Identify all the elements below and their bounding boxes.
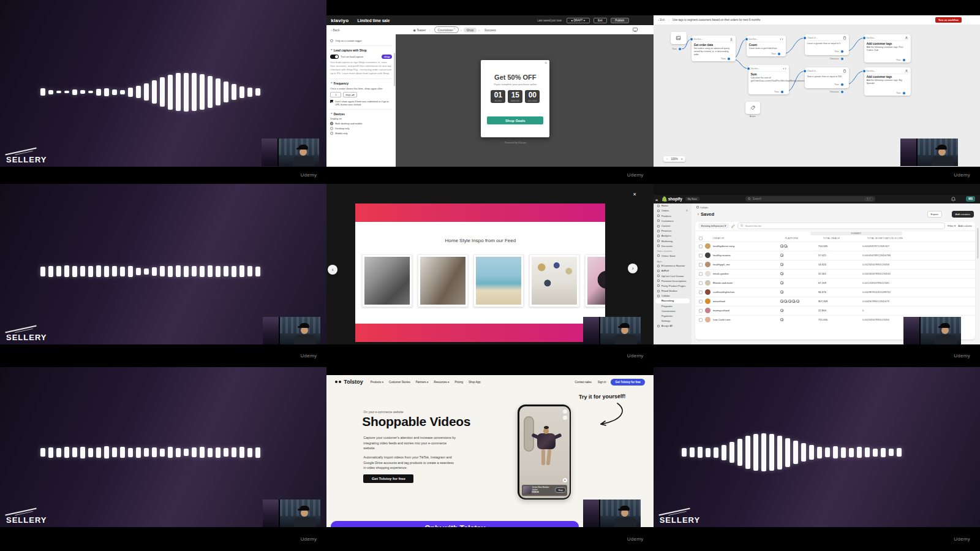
flow-exit-button[interactable]: ‹ Exit <box>658 18 665 21</box>
get-tolstoy-button[interactable]: Get Tolstoy for free <box>611 379 644 386</box>
editor-step-countdown[interactable]: Countdown1 <box>434 26 459 33</box>
row-checkbox[interactable] <box>699 263 703 267</box>
frequency-value-input[interactable]: 1 <box>330 92 341 97</box>
sidebar-item-online-store[interactable]: Online Store <box>654 253 692 258</box>
custom-trigger-radio[interactable]: Only on a custom trigger <box>330 39 392 42</box>
nav-item-partners[interactable]: Partners ▾ <box>416 381 429 384</box>
lead-capture-section-header[interactable]: ⌃ Lead capture with Shop <box>330 49 392 52</box>
admin-search-bar[interactable]: Search ⌘ K <box>745 196 875 202</box>
row-checkbox[interactable] <box>699 272 703 276</box>
modal-close-icon[interactable]: × <box>633 191 636 197</box>
store-name-pill[interactable]: My Store <box>685 197 699 201</box>
table-row[interactable]: mamajustfood22,8060 <box>695 306 975 315</box>
device-option-radio[interactable]: Mobile only <box>330 132 392 135</box>
sidebar-item-home[interactable]: Home <box>654 203 692 208</box>
turn-on-workflow-button[interactable]: Turn on workflow <box>935 17 962 23</box>
feed-card[interactable] <box>585 254 605 307</box>
row-checkbox[interactable] <box>699 318 703 322</box>
sidebar-app-item[interactable]: Flowd Studios <box>654 288 692 293</box>
account-avatar[interactable]: MS <box>966 196 975 202</box>
column-header-creator[interactable]: CREATOR <box>713 237 785 240</box>
collabs-subitem-recruiting[interactable]: Recruiting <box>655 298 690 303</box>
sidebar-item-finances[interactable]: Finances <box>654 229 692 234</box>
notifications-bell-icon[interactable] <box>951 197 956 202</box>
row-checkbox[interactable] <box>699 309 703 313</box>
carousel-next-button[interactable]: › <box>628 264 638 273</box>
thumb-waveform-1[interactable]: SELLERY Udemy <box>0 0 326 184</box>
back-button[interactable]: ‹ Back <box>331 28 339 32</box>
sidebar-app-item[interactable]: Premium Descriptions <box>654 278 692 283</box>
nav-item-resources[interactable]: Resources ▾ <box>434 381 449 384</box>
editor-step-shop[interactable]: Shop <box>464 28 477 32</box>
zoom-out-icon[interactable]: − <box>666 158 668 161</box>
row-checkbox[interactable] <box>699 254 703 257</box>
collabs-subitem-programs[interactable]: Programs <box>654 303 692 308</box>
shop-button[interactable]: Shop <box>555 487 565 493</box>
flow-port-then[interactable]: Then <box>757 90 784 94</box>
feed-card[interactable] <box>418 254 468 307</box>
canvas-zoom-control[interactable]: −100%+ <box>663 156 686 162</box>
add-creators-button[interactable]: Add creators <box>952 211 974 218</box>
select-all-checkbox[interactable] <box>699 237 703 240</box>
thumb-waveform-4[interactable]: SELLERY Udemy <box>654 367 980 551</box>
thumb-klaviyo-editor[interactable]: klaviyo Limited time sale Last saved jus… <box>326 0 653 184</box>
feed-card[interactable] <box>362 254 412 307</box>
lead-capture-toggle[interactable] <box>330 55 339 59</box>
column-header-reach[interactable]: TOTAL REACH <box>823 237 867 240</box>
back-arrow[interactable]: ‹ <box>698 212 699 216</box>
flow-node[interactable] <box>745 102 760 114</box>
sidebar-app-item[interactable]: Pretty Product Pages <box>654 283 692 288</box>
contact-sales-link[interactable]: Contact sales <box>575 381 591 384</box>
sidebar-app-collabs[interactable]: Collabs <box>654 294 692 298</box>
devices-section-header[interactable]: ⌃ Devices <box>330 113 392 116</box>
flow-port-then[interactable]: Then <box>817 50 844 53</box>
exit-button[interactable]: Exit <box>594 18 607 23</box>
row-checkbox[interactable] <box>699 281 703 285</box>
list-search-input[interactable]: Search this list <box>737 222 945 229</box>
flow-port-then[interactable]: Then <box>655 47 682 51</box>
row-checkbox[interactable] <box>699 291 703 294</box>
carousel-prev-button[interactable]: ‹ <box>328 265 337 275</box>
thumb-shopify-flow[interactable]: ‹ Exit | Use tags to segment customers b… <box>654 0 980 184</box>
add-to-cart-plus-icon[interactable]: + <box>563 478 567 482</box>
collabs-subitem-payments[interactable]: Payments <box>654 313 692 318</box>
thumb-shopify-admin[interactable]: × shopify My Store Search ⌘ K MS HomeOrd… <box>654 184 980 368</box>
flow-node[interactable] <box>671 32 687 44</box>
hero-cta-button[interactable]: Get Tolstoy for free <box>363 474 413 483</box>
collabs-subitem-settings[interactable]: Settings <box>654 319 692 324</box>
publish-button[interactable]: Publish <box>611 18 629 23</box>
add-column-button[interactable]: Add column <box>958 224 972 227</box>
thumb-tolstoy-site[interactable]: Tolstoy Products ▾Customer StoriesPartne… <box>326 367 653 551</box>
sidebar-item-orders[interactable]: Orders8 <box>654 208 692 213</box>
overlay-close-icon[interactable]: × <box>655 197 658 203</box>
sidebar-item-analytics[interactable]: Analytics <box>654 234 692 238</box>
nav-item-shop-app[interactable]: Shop App <box>469 381 481 384</box>
editor-step-success[interactable]: Success <box>481 28 499 32</box>
sidebar-app-item[interactable]: AdRoll <box>654 268 692 273</box>
frequency-section-header[interactable]: ⌃ Frequency <box>330 82 392 85</box>
table-row[interactable]: healthycreative57,0210.00045678912345678… <box>695 251 975 260</box>
table-row[interactable]: meals.garden52,5610.000345678901234561 <box>695 269 975 278</box>
flow-port-then[interactable]: Then <box>879 58 906 62</box>
feed-card[interactable] <box>473 254 524 307</box>
sidebar-item-discounts[interactable]: Discounts <box>654 243 692 248</box>
device-option-radio[interactable]: Both desktop and mobile <box>330 122 392 125</box>
flow-port-otherwise[interactable]: Otherwise <box>817 57 844 61</box>
feed-card[interactable] <box>529 254 579 307</box>
thumb-feed-popup[interactable]: × Home Style Inspo from our Feed ‹ › Ude… <box>326 184 653 368</box>
table-row[interactable]: crafthealthykitchen94,6760.0009876543210… <box>695 287 975 297</box>
video-player[interactable]: + Denim Wool Bomber Jacket $159.00 Shop <box>519 406 570 498</box>
zoom-in-icon[interactable]: + <box>681 158 683 161</box>
edit-pencil-icon[interactable] <box>731 224 735 228</box>
device-preview-icon[interactable] <box>633 28 638 32</box>
flow-port-then[interactable]: Then <box>879 91 906 95</box>
flow-port-then[interactable]: Then <box>754 52 781 56</box>
frequency-unit-stepper[interactable]: days ▴▾ <box>343 92 356 97</box>
column-header-platform[interactable]: PLATFORM <box>785 237 823 240</box>
row-checkbox[interactable] <box>699 245 703 248</box>
sidebar-item-customers[interactable]: Customers <box>654 218 692 223</box>
popup-close-icon[interactable]: × <box>545 61 547 65</box>
flow-port-then[interactable]: Then <box>817 83 844 86</box>
mute-icon[interactable] <box>563 409 567 414</box>
sidebar-app-item[interactable]: UpCart Cart Drawer <box>654 273 692 278</box>
